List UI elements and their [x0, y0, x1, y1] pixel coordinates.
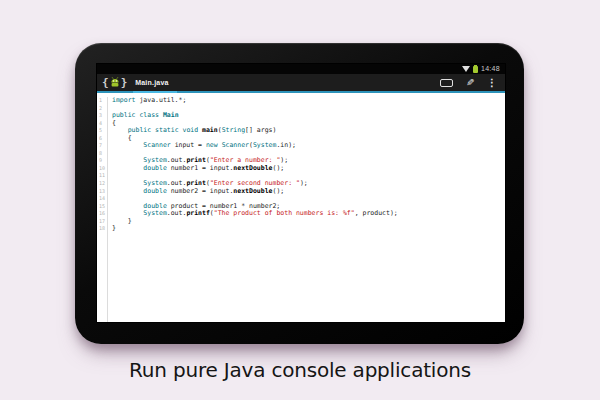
action-bar: { } Main.java ✎: [97, 74, 505, 93]
status-bar: 14:48: [97, 64, 505, 74]
code-token: nextDouble: [233, 164, 272, 172]
code-token: [112, 164, 143, 172]
code-token: ();: [272, 187, 284, 195]
code-token: );: [300, 179, 308, 187]
line-number: 14: [99, 195, 107, 203]
code-token: Main: [163, 111, 179, 119]
code-token: [112, 141, 143, 149]
line-number: 7: [99, 142, 107, 150]
console-window-icon[interactable]: [440, 79, 453, 87]
right-brace-glyph: }: [121, 74, 128, 91]
line-number: 1: [99, 97, 107, 105]
code-token: "The product of both numbers is: %f": [214, 209, 355, 217]
status-clock: 14:48: [481, 64, 500, 74]
line-number: 12: [99, 180, 107, 188]
code-token: System: [143, 209, 166, 217]
code-token: }: [112, 224, 116, 232]
code-token: printf: [186, 209, 209, 217]
code-token: .in);: [276, 141, 296, 149]
code-token: nextDouble: [233, 187, 272, 195]
code-token: new: [206, 141, 218, 149]
code-token: [112, 187, 143, 195]
code-area: import java.util.*; public class Main{ p…: [108, 97, 505, 322]
code-token: ();: [272, 164, 284, 172]
tab-title: Main.java: [135, 79, 168, 86]
code-token: class: [139, 111, 159, 119]
code-line: System.out.printf("The product of both n…: [112, 210, 505, 218]
tablet-screen: 14:48 { } Main.java: [97, 64, 505, 322]
code-line: import java.util.*;: [112, 97, 505, 105]
line-number: 6: [99, 135, 107, 143]
tab-main-java[interactable]: Main.java: [133, 74, 176, 93]
battery-icon: [473, 66, 478, 73]
line-number: 17: [99, 218, 107, 226]
wifi-icon: [462, 66, 470, 72]
code-token: System: [253, 141, 276, 149]
code-token: number2 = input.: [167, 187, 234, 195]
code-token: String: [222, 126, 245, 134]
code-token: void: [182, 126, 198, 134]
code-line: }: [112, 218, 505, 226]
line-number: 2: [99, 105, 107, 113]
code-token: double: [143, 187, 166, 195]
tablet-device: 14:48 { } Main.java: [75, 43, 524, 344]
line-number: 18: [99, 225, 107, 233]
code-line: Scanner input = new Scanner(System.in);: [112, 142, 505, 150]
code-token: java.util.*;: [135, 96, 186, 104]
line-number: 13: [99, 188, 107, 196]
line-number: 15: [99, 203, 107, 211]
code-line: double number2 = input.nextDouble();: [112, 188, 505, 196]
code-token: Scanner: [222, 141, 249, 149]
code-token: static: [155, 126, 178, 134]
overflow-menu-icon[interactable]: ⋮: [487, 78, 497, 88]
code-token: double: [143, 164, 166, 172]
line-number: 4: [99, 120, 107, 128]
page-background: 14:48 { } Main.java: [0, 0, 600, 400]
left-brace-glyph: {: [102, 74, 109, 91]
code-token: import: [112, 96, 135, 104]
android-braces-logo-icon: { }: [102, 74, 127, 91]
code-token: [] args): [245, 126, 276, 134]
android-robot-icon: [110, 77, 120, 88]
line-number: 8: [99, 150, 107, 158]
line-number: 10: [99, 165, 107, 173]
code-line: }: [112, 225, 505, 233]
pen-icon[interactable]: ✎: [466, 78, 474, 88]
code-token: main: [202, 126, 218, 134]
line-number: 16: [99, 210, 107, 218]
code-editor[interactable]: 123456789101112131415161718 import java.…: [97, 93, 505, 322]
action-bar-buttons: ✎ ⋮: [440, 74, 500, 91]
code-line: double number1 = input.nextDouble();: [112, 165, 505, 173]
caption-text: Run pure Java console applications: [0, 358, 600, 382]
code-line: public static void main(String[] args): [112, 127, 505, 135]
code-token: Scanner: [143, 141, 170, 149]
code-line: public class Main: [112, 112, 505, 120]
line-number-gutter: 123456789101112131415161718: [97, 97, 108, 322]
code-token: , product);: [355, 209, 398, 217]
line-number: 5: [99, 127, 107, 135]
code-token: input =: [171, 141, 206, 149]
code-token: .out.: [167, 209, 187, 217]
code-token: number1 = input.: [167, 164, 234, 172]
line-number: 11: [99, 172, 107, 180]
line-number: 9: [99, 157, 107, 165]
line-number: 3: [99, 112, 107, 120]
